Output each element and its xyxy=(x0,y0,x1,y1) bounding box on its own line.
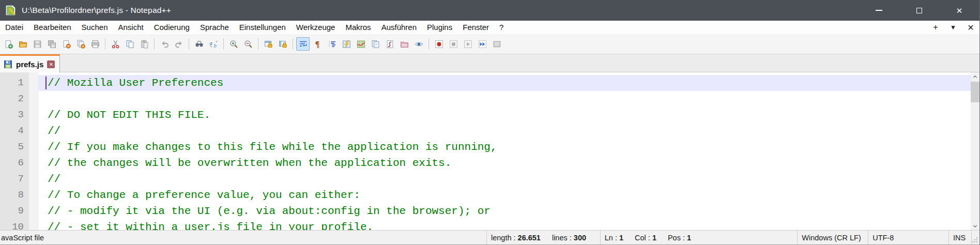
code-line-6[interactable]: // the changes will be overwritten when … xyxy=(38,155,971,171)
macro-stop-icon xyxy=(449,40,458,49)
menu-item-makros[interactable]: Makros xyxy=(340,21,376,34)
show-all-characters-button[interactable]: ¶ xyxy=(311,37,324,51)
toolbar-separator xyxy=(428,38,429,50)
menu-item-ansicht[interactable]: Ansicht xyxy=(113,21,148,34)
script-file-button[interactable] xyxy=(383,37,396,51)
save-all-icon xyxy=(48,40,56,49)
menu-item-suchen[interactable]: Suchen xyxy=(76,21,113,34)
new-file-icon xyxy=(4,40,13,49)
resize-grip-icon xyxy=(972,237,978,243)
menu-item-ausfhren[interactable]: Ausführen xyxy=(376,21,422,34)
function-list-icon xyxy=(342,40,351,49)
document-map-button[interactable] xyxy=(354,37,368,51)
saved-file-icon xyxy=(4,60,12,69)
line-number: 9 xyxy=(0,203,29,219)
sync-horizontal-scrolling-button[interactable] xyxy=(276,37,289,51)
open-file-button[interactable] xyxy=(16,37,29,51)
cut-button[interactable] xyxy=(109,37,122,51)
macro-run-multiple-button[interactable] xyxy=(476,37,489,51)
zoom-in-button[interactable] xyxy=(227,37,240,51)
menu-item-help[interactable]: ? xyxy=(494,21,509,34)
menu-item-sprache[interactable]: Sprache xyxy=(195,21,234,34)
scroll-down-icon[interactable] xyxy=(971,222,979,231)
document-list-icon xyxy=(371,40,380,49)
vertical-scrollbar[interactable] xyxy=(971,72,979,231)
close-all-button[interactable] xyxy=(74,37,87,51)
sync-vertical-scrolling-button[interactable] xyxy=(262,37,275,51)
word-wrap-button[interactable] xyxy=(296,37,310,51)
copy-button[interactable] xyxy=(123,37,136,51)
code-line-7[interactable]: // xyxy=(38,171,971,187)
tab-list-button[interactable]: ▼ xyxy=(944,24,962,31)
macro-run-multiple-icon xyxy=(478,40,487,49)
word-wrap-icon xyxy=(299,40,308,49)
code-line-5[interactable]: // If you make changes to this file whil… xyxy=(38,139,971,155)
maximize-button[interactable] xyxy=(899,0,939,21)
close-file-icon xyxy=(62,40,71,49)
code-line-3[interactable]: // DO NOT EDIT THIS FILE. xyxy=(38,107,971,123)
new-file-button[interactable] xyxy=(2,37,15,51)
show-indent-guide-button[interactable] xyxy=(325,37,339,51)
close-icon: ✕ xyxy=(956,7,963,14)
tab-prefs-js[interactable]: prefs.js ✕ xyxy=(0,54,60,73)
monitoring-icon xyxy=(415,40,423,49)
status-doc-type: avaScript file xyxy=(0,231,487,244)
code-line-10[interactable]: // - set it within a user.js file in you… xyxy=(38,219,971,231)
menu-item-plugins[interactable]: Plugins xyxy=(422,21,457,34)
code-line-9[interactable]: // - modify it via the UI (e.g. via abou… xyxy=(38,203,971,219)
window-title: U:\Beta\Profilordner\prefs.js - Notepad+… xyxy=(22,6,171,15)
menu-item-fenster[interactable]: Fenster xyxy=(457,21,494,34)
status-cursor-position: Ln : 1 Col : 1 Pos : 1 xyxy=(601,231,798,244)
code-line-8[interactable]: // To change a preference value, you can… xyxy=(38,187,971,203)
close-button[interactable]: ✕ xyxy=(939,0,979,21)
code-line-2[interactable] xyxy=(38,91,971,107)
macro-record-button[interactable] xyxy=(432,37,446,51)
title-bar: U:\Beta\Profilordner\prefs.js - Notepad+… xyxy=(0,0,979,21)
notepad-plus-plus-icon xyxy=(4,4,17,17)
print-button[interactable] xyxy=(88,37,102,51)
line-number-margin: 12345678910 xyxy=(0,72,29,231)
close-file-button[interactable] xyxy=(59,37,73,51)
menu-item-datei[interactable]: Datei xyxy=(0,21,28,34)
script-file-icon xyxy=(386,40,394,49)
menu-item-codierung[interactable]: Codierung xyxy=(149,21,195,34)
editor[interactable]: 12345678910 // Mozilla User Preferences/… xyxy=(0,72,979,231)
menu-item-einstellungen[interactable]: Einstellungen xyxy=(234,21,291,34)
code-line-1[interactable]: // Mozilla User Preferences xyxy=(38,75,971,91)
code-line-4[interactable]: // xyxy=(38,123,971,139)
close-document-button[interactable]: ✕ xyxy=(962,23,979,33)
replace-icon: ab xyxy=(209,40,218,49)
find-button[interactable] xyxy=(192,37,206,51)
bookmark-margin[interactable] xyxy=(29,72,38,231)
toolbar: ab¶ xyxy=(0,34,979,54)
monitoring-button[interactable] xyxy=(412,37,425,51)
print-icon xyxy=(91,40,100,49)
new-tab-button[interactable]: + xyxy=(927,23,944,32)
zoom-in-icon xyxy=(229,40,238,49)
tab-bar: prefs.js ✕ xyxy=(0,54,979,72)
status-insert-mode: INS xyxy=(949,231,972,244)
tab-close-icon[interactable]: ✕ xyxy=(47,60,55,68)
replace-button[interactable]: ab xyxy=(207,37,220,51)
minimize-button[interactable] xyxy=(859,0,899,21)
line-number: 10 xyxy=(0,219,29,231)
scrollbar-thumb[interactable] xyxy=(971,82,979,102)
toolbar-separator xyxy=(105,38,105,50)
code-area[interactable]: // Mozilla User Preferences// DO NOT EDI… xyxy=(38,72,971,231)
zoom-out-button[interactable] xyxy=(241,37,255,51)
document-map-icon xyxy=(357,40,365,49)
macro-save-button xyxy=(490,37,503,51)
redo-icon xyxy=(175,40,183,49)
menu-item-werkzeuge[interactable]: Werkzeuge xyxy=(291,21,341,34)
show-all-characters-icon: ¶ xyxy=(313,40,322,49)
folder-as-workspace-button[interactable] xyxy=(397,37,411,51)
function-list-button[interactable] xyxy=(340,37,353,51)
macro-record-icon xyxy=(435,40,443,49)
line-number: 2 xyxy=(0,91,29,107)
resize-grip[interactable] xyxy=(972,231,979,244)
menu-item-bearbeiten[interactable]: Bearbeiten xyxy=(28,21,76,34)
status-eol-format: Windows (CR LF) xyxy=(798,231,868,244)
macro-stop-button xyxy=(447,37,460,51)
scroll-up-icon[interactable] xyxy=(971,72,979,81)
document-list-button[interactable] xyxy=(369,37,382,51)
